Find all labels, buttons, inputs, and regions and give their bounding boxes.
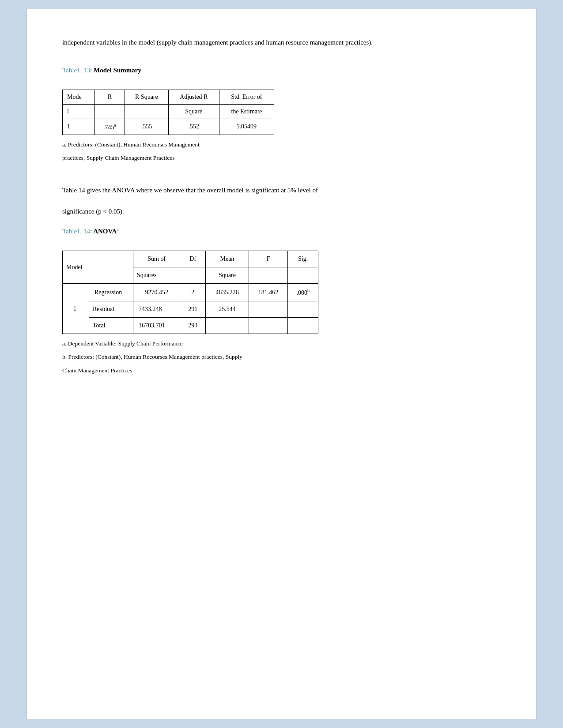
table13-footnote1: a. Predictors: (Constant), Human Recours…: [62, 139, 501, 150]
cell-rsq-sub: [125, 105, 168, 119]
cell-r-value: .745a: [95, 119, 125, 135]
cell-type-header: [89, 251, 133, 284]
intro-paragraph: independent variables in the model (supp…: [62, 36, 501, 49]
cell-residual-sumsq: 7433.248: [133, 301, 180, 317]
cell-sig-empty: [288, 267, 318, 284]
anova-intro-line2: significance (p < 0.05).: [62, 205, 501, 218]
table13-bold: Model Summary: [92, 67, 141, 74]
cell-regression-df: 2: [180, 284, 206, 301]
table14-label: Table1. 14: [62, 228, 90, 235]
table-row-data: 1 .745a .555 .552 5.05409: [63, 119, 274, 135]
cell-adjr-header1: Adjusted R: [168, 90, 219, 105]
cell-mode-header: Mode: [63, 90, 95, 105]
cell-sumsq-header1: Sum of: [133, 251, 180, 267]
cell-model-1-anova: 1: [63, 284, 89, 334]
cell-total-f: [249, 317, 288, 334]
cell-df-header: Df: [180, 251, 206, 267]
cell-sumsq-header2: Squares: [133, 267, 180, 284]
table13-label: Table1. 13: [62, 67, 90, 74]
cell-residual-df: 291: [180, 301, 206, 317]
intro-text: independent variables in the model (supp…: [62, 39, 373, 46]
cell-regression-meansq: 4635.226: [206, 284, 249, 301]
cell-total-label: Total: [89, 317, 133, 334]
cell-sig-header: Sig.: [288, 251, 318, 267]
table13-footnote2: practices, Supply Chain Management Pract…: [62, 153, 501, 163]
cell-stderr-value: 5.05409: [219, 119, 274, 135]
table13-title: Table1. 13: Model Summary: [62, 67, 501, 74]
table14-footnote-c: Chain Management Practices: [62, 365, 501, 376]
sup-a: a: [114, 123, 116, 128]
cell-total-meansq: [206, 317, 249, 334]
sup-b: b: [307, 288, 310, 293]
cell-total-df: 293: [180, 317, 206, 334]
cell-residual-sig: [288, 301, 318, 317]
cell-r-sub: [95, 105, 125, 119]
cell-adjrsq-value: .552: [168, 119, 219, 135]
cell-rsquare-header: R Square: [125, 90, 168, 105]
cell-mean-header1: Mean: [206, 251, 249, 267]
table-row: l Square the Estimate: [63, 105, 274, 119]
cell-adjr-header2: Square: [168, 105, 219, 119]
cell-model-1: 1: [63, 119, 95, 135]
table-row: Mode R R Square Adjusted R Std. Error of: [63, 90, 274, 105]
anova-intro-line1: Table 14 gives the ANOVA where we observ…: [62, 184, 501, 197]
cell-mean-header2: Square: [206, 267, 249, 284]
table-row-residual: Residual 7433.248 291 25.544: [63, 301, 318, 317]
table14-footnote-a: a. Dependent Variable: Supply Chain Perf…: [62, 338, 501, 349]
cell-total-sig: [288, 317, 318, 334]
cell-r-header: R: [95, 90, 125, 105]
table14-footnote-b: b. Predictors: (Constant), Human Recours…: [62, 352, 501, 362]
cell-stderr-header1: Std. Error of: [219, 90, 274, 105]
table-row: Model Sum of Df Mean F Sig.: [63, 251, 318, 267]
cell-total-sumsq: 16703.701: [133, 317, 180, 334]
cell-regression-sig: .000b: [288, 284, 318, 301]
cell-stderr-header2: the Estimate: [219, 105, 274, 119]
page: independent variables in the model (supp…: [26, 9, 537, 719]
table14-title: Table1. 14: ANOVAa: [62, 227, 501, 235]
table14-sup: a: [117, 227, 118, 232]
cell-residual-f: [249, 301, 288, 317]
cell-df-empty: [180, 267, 206, 284]
cell-f-empty: [249, 267, 288, 284]
table14-bold: ANOVA: [92, 228, 117, 235]
cell-model-header: Model: [63, 251, 89, 284]
table-model-summary: Mode R R Square Adjusted R Std. Error of…: [62, 90, 274, 135]
cell-model-sub: l: [63, 105, 95, 119]
table-row-regression: 1 Regression 9270.452 2 4635.226 181.462…: [63, 284, 318, 301]
table-row-total: Total 16703.701 293: [63, 317, 318, 334]
cell-regression-sumsq: 9270.452: [133, 284, 180, 301]
cell-regression-f: 181.462: [249, 284, 288, 301]
cell-residual-label: Residual: [89, 301, 133, 317]
cell-f-header: F: [249, 251, 288, 267]
cell-residual-meansq: 25.544: [206, 301, 249, 317]
cell-regression-label: Regression: [89, 284, 133, 301]
table-anova: Model Sum of Df Mean F Sig. Squares Squa…: [62, 251, 318, 334]
cell-rsq-value: .555: [125, 119, 168, 135]
